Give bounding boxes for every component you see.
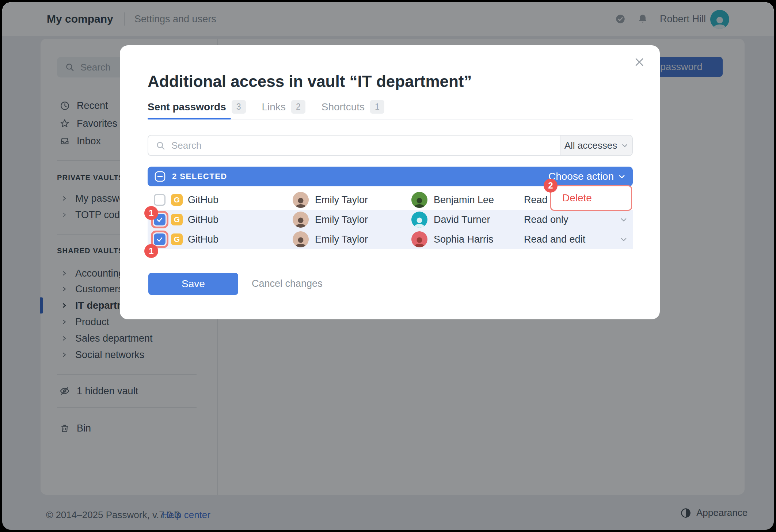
annotation-step-badge: 2 [544,179,558,193]
avatar [293,212,309,228]
modal-title: Additional access in vault “IT departmen… [148,72,472,91]
tab-count-badge: 1 [370,100,384,114]
modal-search-row: All accesses [148,135,633,156]
app-window: My company Settings and users Robert Hil… [2,2,774,530]
table-row: G GitHub Emily Taylor David Turner Read … [148,210,633,229]
annotation-step-badge: 1 [144,206,158,220]
recipient-name: Benjamin Lee [434,190,494,210]
password-name: GitHub [188,190,218,210]
modal-tabs: Sent passwords 3 Links 2 Shortcuts 1 [148,100,400,114]
select-all-checkbox[interactable] [154,170,166,183]
choose-action-dropdown[interactable]: Choose action [548,171,625,182]
github-icon: G [171,233,183,245]
avatar [293,192,309,208]
save-button[interactable]: Save [148,273,238,295]
choose-action-menu: Delete [550,185,632,211]
sender-name: Emily Taylor [315,190,368,210]
modal-search[interactable] [148,136,560,155]
row-checkbox[interactable] [154,194,166,206]
avatar [411,212,427,228]
table-row: G GitHub Emily Taylor Sophia Harris Read… [148,229,633,249]
additional-access-modal: Additional access in vault “IT departmen… [120,45,660,319]
sender-name: Emily Taylor [315,229,368,249]
active-tab-underline [148,118,231,119]
close-icon[interactable] [634,56,645,68]
chevron-down-icon[interactable] [620,236,627,243]
modal-search-input[interactable] [171,140,560,151]
recipient-name: Sophia Harris [434,229,494,249]
tab-count-badge: 3 [232,100,246,114]
github-icon: G [171,194,183,206]
tab-count-badge: 2 [291,100,305,114]
sender-name: Emily Taylor [315,210,368,229]
chevron-down-icon [618,173,625,180]
access-level-select[interactable]: Read and edit [524,229,585,249]
search-icon [156,141,166,151]
avatar [411,231,427,247]
recipient-name: David Turner [434,210,490,229]
selected-count-label: 2 SELECTED [172,172,227,181]
access-filter-dropdown[interactable]: All accesses [560,136,632,155]
annotation-step-badge: 1 [144,244,158,258]
tab-shortcuts[interactable]: Shortcuts 1 [322,100,384,114]
selection-bar: 2 SELECTED Choose action [148,167,633,186]
avatar [411,192,427,208]
tab-sent-passwords[interactable]: Sent passwords 3 [148,100,246,114]
tab-links[interactable]: Links 2 [262,100,305,114]
password-name: GitHub [188,210,218,229]
delete-menu-item[interactable]: Delete [562,192,592,204]
password-name: GitHub [188,229,218,249]
chevron-down-icon[interactable] [620,216,627,223]
github-icon: G [171,214,183,225]
access-level-select[interactable]: Read only [524,210,568,229]
avatar [293,231,309,247]
chevron-down-icon [621,142,628,149]
cancel-changes-link[interactable]: Cancel changes [252,278,323,289]
